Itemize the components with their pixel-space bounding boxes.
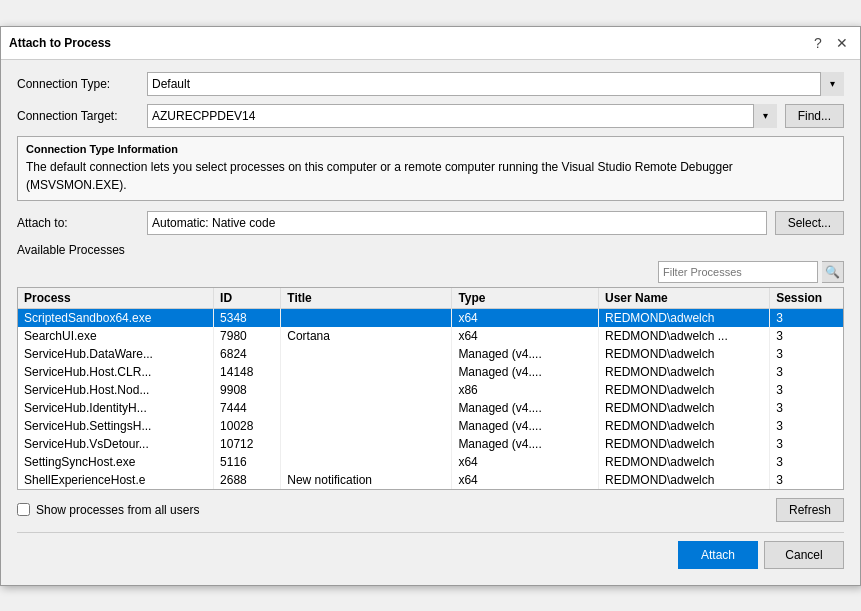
table-row[interactable]: ServiceHub.SettingsH...10028Managed (v4.… bbox=[18, 417, 843, 435]
process-table-body: ScriptedSandbox64.exe5348x64REDMOND\adwe… bbox=[18, 309, 843, 489]
process-table-wrap: Process ID Title Type User Name Session bbox=[17, 287, 844, 490]
action-buttons: Attach Cancel bbox=[17, 532, 844, 573]
refresh-button[interactable]: Refresh bbox=[776, 498, 844, 522]
bottom-bar: Show processes from all users Refresh bbox=[17, 498, 844, 522]
col-header-id: ID bbox=[214, 288, 281, 309]
dialog-title-area: Attach to Process bbox=[9, 36, 111, 50]
available-processes-label: Available Processes bbox=[17, 243, 844, 257]
info-box-text: The default connection lets you select p… bbox=[26, 158, 835, 194]
attach-to-row: Attach to: Select... bbox=[17, 211, 844, 235]
process-table: Process ID Title Type User Name Session bbox=[18, 288, 843, 309]
attach-button[interactable]: Attach bbox=[678, 541, 758, 569]
title-bar-buttons: ? ✕ bbox=[808, 33, 852, 53]
filter-processes-input[interactable] bbox=[658, 261, 818, 283]
connection-type-control: Default ▾ bbox=[147, 72, 844, 96]
close-button[interactable]: ✕ bbox=[832, 33, 852, 53]
process-table-body-rows: ScriptedSandbox64.exe5348x64REDMOND\adwe… bbox=[18, 309, 843, 489]
connection-target-input[interactable] bbox=[147, 104, 777, 128]
select-button[interactable]: Select... bbox=[775, 211, 844, 235]
connection-target-label: Connection Target: bbox=[17, 109, 147, 123]
col-header-user: User Name bbox=[599, 288, 770, 309]
table-row[interactable]: ServiceHub.IdentityH...7444Managed (v4..… bbox=[18, 399, 843, 417]
title-bar: Attach to Process ? ✕ bbox=[1, 27, 860, 60]
show-all-label[interactable]: Show processes from all users bbox=[17, 503, 199, 517]
connection-target-dropdown-icon[interactable]: ▾ bbox=[753, 104, 777, 128]
table-row[interactable]: ScriptedSandbox64.exe5348x64REDMOND\adwe… bbox=[18, 309, 843, 327]
cancel-button[interactable]: Cancel bbox=[764, 541, 844, 569]
table-row[interactable]: ServiceHub.DataWare...6824Managed (v4...… bbox=[18, 345, 843, 363]
table-row[interactable]: SettingSyncHost.exe5116x64REDMOND\adwelc… bbox=[18, 453, 843, 471]
filter-bar: 🔍 bbox=[17, 261, 844, 283]
table-row[interactable]: ServiceHub.Host.Nod...9908x86REDMOND\adw… bbox=[18, 381, 843, 399]
show-all-text: Show processes from all users bbox=[36, 503, 199, 517]
show-all-checkbox[interactable] bbox=[17, 503, 30, 516]
table-row[interactable]: ServiceHub.Host.CLR...14148Managed (v4..… bbox=[18, 363, 843, 381]
table-row[interactable]: ShellExperienceHost.e2688New notificatio… bbox=[18, 471, 843, 489]
col-header-process: Process bbox=[18, 288, 214, 309]
find-button[interactable]: Find... bbox=[785, 104, 844, 128]
connection-type-row: Connection Type: Default ▾ bbox=[17, 72, 844, 96]
filter-search-icon[interactable]: 🔍 bbox=[822, 261, 844, 283]
table-row[interactable]: SearchUI.exe7980Cortanax64REDMOND\adwelc… bbox=[18, 327, 843, 345]
connection-target-wrap: ▾ Find... bbox=[147, 104, 844, 128]
connection-type-select[interactable]: Default bbox=[147, 72, 844, 96]
connection-info-box: Connection Type Information The default … bbox=[17, 136, 844, 201]
connection-target-input-wrap: ▾ bbox=[147, 104, 777, 128]
table-row[interactable]: ServiceHub.VsDetour...10712Managed (v4..… bbox=[18, 435, 843, 453]
help-button[interactable]: ? bbox=[808, 33, 828, 53]
connection-type-label: Connection Type: bbox=[17, 77, 147, 91]
attach-to-input[interactable] bbox=[147, 211, 767, 235]
table-scroll-area[interactable]: ScriptedSandbox64.exe5348x64REDMOND\adwe… bbox=[18, 309, 843, 489]
connection-type-select-wrapper: Default ▾ bbox=[147, 72, 844, 96]
table-header: Process ID Title Type User Name Session bbox=[18, 288, 843, 309]
col-header-session: Session bbox=[770, 288, 843, 309]
connection-target-row: Connection Target: ▾ Find... bbox=[17, 104, 844, 128]
col-header-type: Type bbox=[452, 288, 599, 309]
info-box-title: Connection Type Information bbox=[26, 143, 835, 155]
dialog-title: Attach to Process bbox=[9, 36, 111, 50]
col-header-title: Title bbox=[281, 288, 452, 309]
dialog-body: Connection Type: Default ▾ Connection Ta… bbox=[1, 60, 860, 585]
attach-to-label: Attach to: bbox=[17, 216, 147, 230]
attach-to-process-dialog: Attach to Process ? ✕ Connection Type: D… bbox=[0, 26, 861, 586]
